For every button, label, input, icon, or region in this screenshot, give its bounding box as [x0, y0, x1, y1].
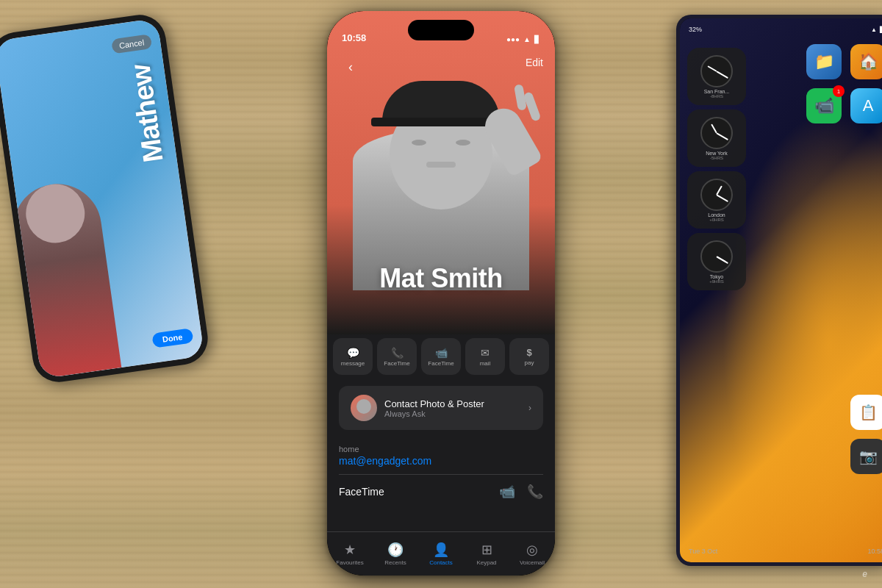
tablet-wifi-icon: ▲ [871, 26, 877, 33]
reminders-app-icon[interactable]: 📋 [850, 395, 882, 430]
voicemail-icon: ◎ [526, 542, 538, 558]
clock-face-tokyo [700, 240, 733, 273]
clock-ny: New York -5HRS [687, 110, 746, 167]
center-phone: Mat Smith 10:58 ●●● ▲ ▊ ‹ Edit 💬 message… [327, 11, 555, 576]
facetime-audio-button[interactable]: 📞 FaceTime [377, 338, 417, 375]
reminders-icon: 📋 [859, 404, 878, 421]
favourites-label: Favourites [336, 559, 363, 566]
facetime-audio-label: FaceTime [384, 360, 409, 367]
min-hand-london [717, 194, 728, 201]
home-app-icon[interactable]: 🏠 [850, 44, 882, 79]
files-icon: 📁 [814, 52, 834, 71]
contact-poster-avatar [351, 395, 377, 421]
tab-contacts[interactable]: 👤 Contacts [418, 542, 464, 566]
tablet-status-icons: ▲ ▊ [871, 26, 882, 33]
facetime-app-icon[interactable]: 📹 1 [806, 88, 842, 123]
contacts-label: Contacts [429, 559, 453, 566]
camera-app-icon[interactable]: 📷 [850, 439, 882, 474]
finger-2 [514, 84, 527, 111]
hour-hand-ny [711, 123, 717, 133]
keypad-label: Keypad [476, 559, 496, 566]
app-grid-bottom: 📋 📷 [850, 395, 882, 474]
wifi-icon: ▲ [523, 35, 531, 43]
clock-widgets: San Fran... -8HRS New York -5HRS London [687, 48, 746, 290]
clock-london: London +0HRS [687, 171, 746, 229]
pay-icon: $ [526, 347, 531, 358]
clock-city-sf: San Fran... [704, 89, 730, 94]
mail-icon: ✉ [481, 347, 490, 359]
tab-bar: ★ Favourites 🕐 Recents 👤 Contacts ⊞ Keyp… [327, 531, 555, 576]
clock-face-london [700, 179, 733, 211]
min-hand-ny [717, 132, 728, 140]
facetime-section-label: FaceTime [339, 486, 384, 498]
photo-poster-text: Contact Photo & Poster Always Ask [384, 398, 528, 418]
tablet-time: 10:58 [867, 548, 882, 555]
pay-button[interactable]: $ pay [509, 338, 549, 375]
appstore-app-icon[interactable]: A [850, 88, 882, 123]
tab-voicemail[interactable]: ◎ Voicemail [509, 542, 555, 566]
status-icons: ●●● ▲ ▊ [506, 35, 540, 43]
facetime-icons-group: 📹 📞 [499, 484, 543, 500]
clock-offset-sf: -8HRS [710, 94, 723, 98]
tab-favourites[interactable]: ★ Favourites [327, 542, 373, 566]
pay-label: pay [525, 359, 534, 366]
tablet-battery: 32% [689, 26, 702, 33]
email-section: home mat@engadget.com [327, 437, 555, 474]
files-app-icon[interactable]: 📁 [806, 44, 842, 79]
camera-icon: 📷 [859, 448, 878, 465]
photo-poster-title: Contact Photo & Poster [384, 398, 528, 409]
status-time: 10:58 [342, 32, 366, 43]
clock-city-london: London [708, 212, 725, 218]
contact-info-section: Contact Photo & Poster Always Ask › home… [327, 379, 555, 531]
tablet-date: Tue 3 Oct [689, 548, 717, 555]
edit-button[interactable]: Edit [526, 57, 543, 68]
recents-label: Recents [384, 559, 406, 566]
tab-keypad[interactable]: ⊞ Keypad [464, 542, 509, 566]
facetime-video-button[interactable]: 📹 FaceTime [421, 338, 461, 375]
mail-button[interactable]: ✉ mail [465, 338, 505, 375]
contact-photo-poster-row[interactable]: Contact Photo & Poster Always Ask › [339, 386, 543, 430]
facetime-phone-icon[interactable]: 📞 [527, 484, 543, 500]
facetime-badge: 1 [833, 85, 845, 97]
clock-offset-tokyo: +9HRS [709, 279, 724, 284]
signal-icon: ●●● [506, 35, 520, 43]
contacts-icon: 👤 [433, 542, 449, 558]
keypad-icon: ⊞ [481, 542, 492, 558]
center-phone-screen: Mat Smith 10:58 ●●● ▲ ▊ ‹ Edit 💬 message… [327, 11, 555, 576]
phone-icon: 📞 [391, 347, 404, 359]
appstore-icon: A [863, 96, 874, 115]
clock-tokyo: Tokyo +9HRS [687, 233, 746, 290]
back-button[interactable]: ‹ [339, 55, 362, 79]
message-icon: 💬 [347, 347, 359, 359]
clock-face-ny [700, 117, 733, 149]
person-photo [338, 40, 544, 290]
clock-face-sf [700, 55, 733, 87]
battery-icon: ▊ [534, 35, 540, 43]
tablet-date-bar: Tue 3 Oct 10:58 [680, 548, 882, 555]
favourites-icon: ★ [344, 542, 356, 558]
clock-offset-ny: -5HRS [710, 156, 723, 160]
facetime-section: FaceTime 📹 📞 [327, 475, 555, 509]
voicemail-label: Voicemail [520, 559, 545, 566]
mail-label: mail [480, 360, 491, 367]
tablet-status-bar: 32% ▲ ▊ [680, 18, 882, 40]
hour-hand-sf [707, 65, 717, 72]
home-icon: 🏠 [858, 52, 878, 71]
tablet-screen: 32% ▲ ▊ San Fran... -8HRS [680, 18, 882, 562]
email-value[interactable]: mat@engadget.com [339, 455, 543, 467]
recents-icon: 🕐 [387, 542, 404, 558]
facetime-video-icon[interactable]: 📹 [499, 484, 515, 500]
min-hand-sf [717, 71, 728, 78]
person-cap [382, 81, 500, 121]
hour-hand-london [716, 185, 723, 195]
engadget-watermark: e [862, 569, 867, 579]
dynamic-island [408, 20, 474, 40]
photo-poster-subtitle: Always Ask [384, 409, 528, 418]
photo-poster-chevron: › [528, 403, 531, 413]
app-grid-top: 📁 🏠 📹 1 A [806, 44, 882, 123]
clock-offset-london: +0HRS [709, 218, 724, 222]
email-label: home [339, 445, 543, 453]
tab-recents[interactable]: 🕐 Recents [373, 542, 418, 566]
clock-sf: San Fran... -8HRS [687, 48, 746, 105]
message-button[interactable]: 💬 message [333, 338, 373, 375]
